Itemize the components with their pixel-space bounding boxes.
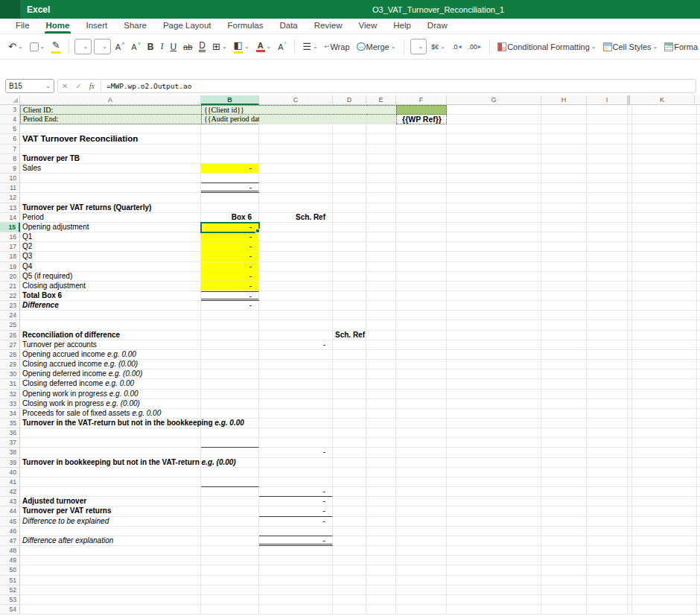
cell-B46[interactable]: [201, 527, 259, 536]
cell-C16[interactable]: [259, 232, 333, 242]
cell-G23[interactable]: [447, 301, 541, 311]
cell-I39[interactable]: [587, 458, 628, 468]
row-header-24[interactable]: 24: [0, 311, 20, 320]
cell-K47[interactable]: [632, 536, 697, 546]
cell-D44[interactable]: [333, 507, 366, 516]
cell-C13[interactable]: [259, 203, 333, 213]
cell-H52[interactable]: [541, 585, 587, 595]
cell-I26[interactable]: [587, 331, 628, 340]
cell-K42[interactable]: [632, 487, 697, 497]
cell-H30[interactable]: [541, 369, 587, 379]
cell-F37[interactable]: [396, 438, 447, 448]
cell-G33[interactable]: [447, 399, 541, 409]
cell-B52[interactable]: [201, 585, 259, 595]
select-all-button[interactable]: [0, 95, 20, 105]
row-header-16[interactable]: 16: [0, 232, 20, 242]
cell-F43[interactable]: [396, 497, 447, 507]
strikethrough-button[interactable]: ab: [181, 41, 194, 53]
cell-F21[interactable]: [396, 282, 447, 291]
cell-D32[interactable]: [333, 390, 366, 399]
cell-G17[interactable]: [447, 242, 541, 252]
font-color-button[interactable]: A⌄: [254, 40, 274, 54]
cell-H17[interactable]: [541, 242, 587, 252]
cell-I7[interactable]: [587, 145, 628, 154]
cell-A30[interactable]: Opening deferred income e.g. (0.00): [20, 369, 201, 379]
cell-E19[interactable]: [366, 262, 396, 272]
cell-D25[interactable]: [333, 320, 366, 330]
row-header-8[interactable]: 8: [0, 154, 20, 164]
cell-B35[interactable]: [201, 419, 259, 428]
cell-H3[interactable]: [541, 105, 587, 115]
cell-A15[interactable]: Opening adjustment: [20, 223, 201, 232]
cell-E34[interactable]: [366, 409, 396, 419]
cell-K11[interactable]: [632, 183, 697, 193]
font-effects-button[interactable]: Aº: [276, 41, 288, 53]
cell-C4[interactable]: [259, 115, 333, 124]
cell-B53[interactable]: [201, 595, 259, 605]
cell-hidden-20[interactable]: [697, 272, 700, 282]
cell-K3[interactable]: [632, 105, 697, 115]
row-header-37[interactable]: 37: [0, 438, 20, 448]
cell-H29[interactable]: [541, 360, 587, 369]
cell-B13[interactable]: [201, 203, 259, 213]
cell-C43[interactable]: -: [259, 497, 333, 507]
cell-G22[interactable]: [447, 291, 541, 301]
cell-H13[interactable]: [541, 203, 587, 213]
cell-F24[interactable]: [396, 311, 447, 320]
cell-I10[interactable]: [587, 174, 628, 183]
cell-G49[interactable]: [447, 556, 541, 565]
cell-G3[interactable]: [447, 105, 541, 115]
cell-K16[interactable]: [632, 232, 697, 242]
cell-G42[interactable]: [447, 487, 541, 497]
cell-G28[interactable]: [447, 350, 541, 360]
cell-H41[interactable]: [541, 477, 587, 487]
paste-button[interactable]: ⌄: [28, 41, 48, 53]
cell-H14[interactable]: [541, 213, 587, 223]
cell-H9[interactable]: [541, 164, 587, 174]
cell-C42[interactable]: -: [259, 487, 333, 497]
cell-hidden-46[interactable]: [697, 527, 700, 536]
cell-I34[interactable]: [587, 409, 628, 419]
cell-E13[interactable]: [366, 203, 396, 213]
menu-home[interactable]: Home: [38, 19, 78, 34]
cell-C18[interactable]: [259, 252, 333, 261]
cell-G50[interactable]: [447, 565, 541, 575]
cell-D28[interactable]: [333, 350, 366, 360]
cell-H25[interactable]: [541, 320, 587, 330]
row-header-39[interactable]: 39: [0, 458, 20, 468]
cell-K41[interactable]: [632, 477, 697, 487]
cell-B5[interactable]: [201, 124, 259, 134]
cell-G14[interactable]: [447, 213, 541, 223]
cell-G47[interactable]: [447, 536, 541, 546]
cell-hidden-23[interactable]: [697, 301, 700, 311]
app-launcher-square[interactable]: [0, 0, 20, 19]
cell-D13[interactable]: [333, 203, 366, 213]
cell-B20[interactable]: -: [201, 272, 259, 282]
row-header-23[interactable]: 23: [0, 301, 20, 311]
cell-D41[interactable]: [333, 477, 366, 487]
cell-B34[interactable]: [201, 409, 259, 419]
cell-C36[interactable]: [259, 428, 333, 438]
cell-F20[interactable]: [396, 272, 447, 282]
cell-H54[interactable]: [541, 605, 587, 615]
cell-B39[interactable]: [201, 458, 259, 468]
cell-D35[interactable]: [333, 419, 366, 428]
cell-D10[interactable]: [333, 174, 366, 183]
row-header-28[interactable]: 28: [0, 350, 20, 360]
cell-hidden-49[interactable]: [697, 556, 700, 565]
cell-D39[interactable]: [333, 458, 366, 468]
wrap-text-button[interactable]: ↩Wrap: [322, 41, 352, 53]
col-header-F[interactable]: F: [396, 95, 447, 105]
cell-D37[interactable]: [333, 438, 366, 448]
cell-G44[interactable]: [447, 507, 541, 516]
cell-D40[interactable]: [333, 468, 366, 477]
cell-A11[interactable]: [20, 183, 201, 193]
cell-A19[interactable]: Q4: [20, 262, 201, 272]
cell-B29[interactable]: [201, 360, 259, 369]
cell-E32[interactable]: [366, 390, 396, 399]
cell-H22[interactable]: [541, 291, 587, 301]
cell-hidden-24[interactable]: [697, 311, 700, 320]
cell-hidden-52[interactable]: [697, 585, 700, 595]
row-header-18[interactable]: 18: [0, 252, 20, 261]
row-header-21[interactable]: 21: [0, 282, 20, 291]
